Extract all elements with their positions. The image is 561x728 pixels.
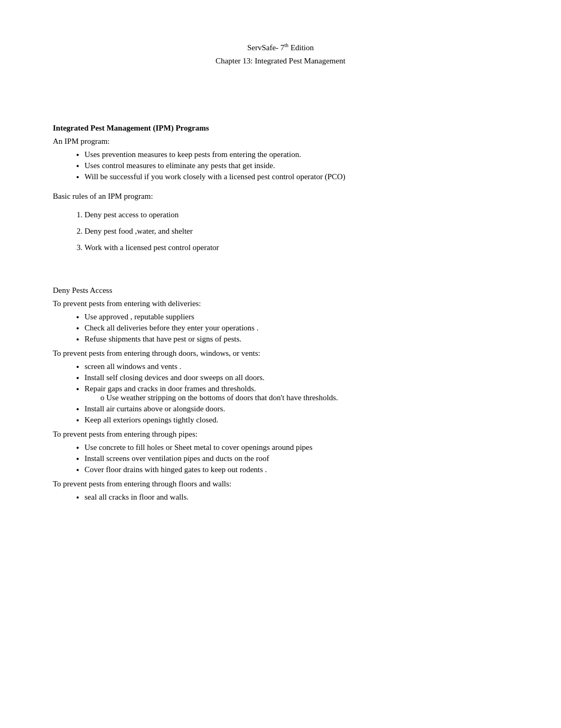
deliveries-bullet-list: Use approved , reputable suppliers Check… — [85, 312, 508, 344]
ipm-intro: An IPM program: — [53, 137, 508, 146]
list-item: Refuse shipments that have pest or signs… — [85, 335, 508, 344]
list-item: Work with a licensed pest control operat… — [85, 243, 508, 252]
list-item: Use weather stripping on the bottoms of … — [100, 393, 508, 402]
list-item: Repair gaps and cracks in door frames an… — [85, 384, 508, 402]
floors-bullet-list: seal all cracks in floor and walls. — [85, 493, 508, 502]
list-item: Install air curtains above or alongside … — [85, 404, 508, 413]
basic-rules-list: Deny pest access to operation Deny pest … — [85, 210, 508, 252]
list-item: Deny pest food ,water, and shelter — [85, 227, 508, 236]
list-item: Deny pest access to operation — [85, 210, 508, 219]
ipm-heading: Integrated Pest Management (IPM) Program… — [53, 124, 508, 133]
list-item: Use concrete to fill holes or Sheet meta… — [85, 443, 508, 452]
floors-intro: To prevent pests from entering through f… — [53, 480, 508, 489]
deliveries-intro: To prevent pests from entering with deli… — [53, 299, 508, 308]
doors-sub-list: Use weather stripping on the bottoms of … — [100, 393, 508, 402]
list-item: Uses control measures to eliminate any p… — [85, 161, 508, 170]
list-item: screen all windows and vents . — [85, 362, 508, 371]
pipes-bullet-list: Use concrete to fill holes or Sheet meta… — [85, 443, 508, 474]
list-item: Install self closing devices and door sw… — [85, 373, 508, 382]
doors-intro: To prevent pests from entering through d… — [53, 349, 508, 358]
list-item: Cover floor drains with hinged gates to … — [85, 465, 508, 474]
basic-rules-heading: Basic rules of an IPM program: — [53, 192, 508, 201]
list-item: Keep all exteriors openings tightly clos… — [85, 416, 508, 425]
list-item: Use approved , reputable suppliers — [85, 312, 508, 321]
list-item: Will be successful if you work closely w… — [85, 172, 508, 181]
list-item: seal all cracks in floor and walls. — [85, 493, 508, 502]
deny-access-heading: Deny Pests Access — [53, 286, 508, 295]
doors-bullet-list: screen all windows and vents . Install s… — [85, 362, 508, 425]
pipes-intro: To prevent pests from entering through p… — [53, 430, 508, 439]
page-title: ServSafe- 7th Edition — [53, 42, 508, 52]
list-item: Uses prevention measures to keep pests f… — [85, 150, 508, 159]
ipm-bullet-list: Uses prevention measures to keep pests f… — [85, 150, 508, 181]
page-subtitle: Chapter 13: Integrated Pest Management — [53, 57, 508, 66]
page-header: ServSafe- 7th Edition Chapter 13: Integr… — [53, 42, 508, 66]
list-item: Check all deliveries before they enter y… — [85, 324, 508, 333]
list-item: Install screens over ventilation pipes a… — [85, 454, 508, 463]
